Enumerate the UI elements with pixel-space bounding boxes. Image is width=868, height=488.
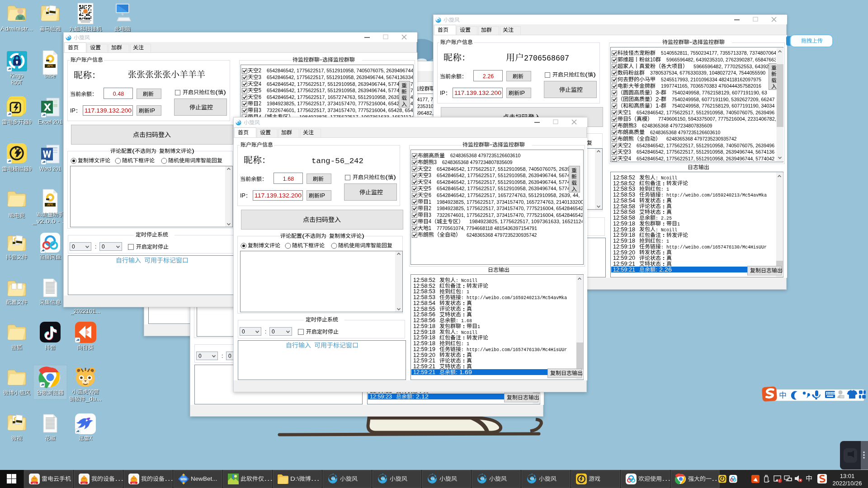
svg-text:APK: APK xyxy=(33,482,36,484)
svg-text:NewBet...: NewBet... xyxy=(191,475,217,482)
svg-text:APK: APK xyxy=(82,482,86,484)
svg-text:TOF: TOF xyxy=(381,478,385,480)
svg-text:APK: APK xyxy=(132,482,136,484)
svg-text:WIN: WIN xyxy=(180,478,187,481)
svg-text:TOF: TOF xyxy=(530,478,534,480)
svg-text:2022/10/26: 2022/10/26 xyxy=(832,480,862,487)
svg-text:...: ... xyxy=(115,475,124,482)
svg-text:TOF: TOF xyxy=(331,478,335,480)
svg-text:13:01: 13:01 xyxy=(840,473,855,479)
svg-text:D:\: D:\ xyxy=(290,475,299,482)
svg-text:...: ... xyxy=(662,475,671,482)
svg-text:TOF: TOF xyxy=(480,478,485,480)
svg-text:...: ... xyxy=(165,475,174,482)
svg-text:TOF: TOF xyxy=(430,478,435,480)
svg-text:!: ! xyxy=(779,479,780,483)
svg-text:...: ... xyxy=(264,475,273,482)
svg-text:...: ... xyxy=(311,475,320,482)
